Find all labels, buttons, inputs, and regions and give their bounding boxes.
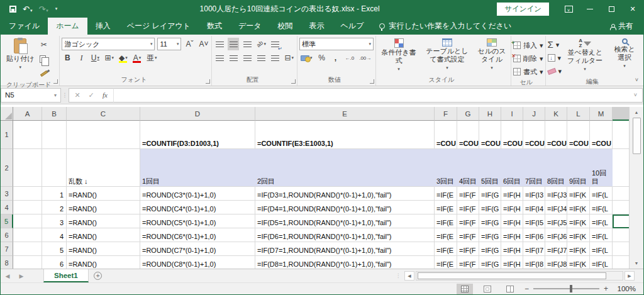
cell-C3[interactable]: =RAND() <box>67 187 140 201</box>
row-header-6[interactable]: 6 <box>1 228 13 242</box>
vertical-scroll-thumb[interactable] <box>633 118 641 154</box>
sort-filter-button[interactable]: AZ 並べ替えとフィルター ▾ <box>563 37 607 74</box>
borders-button[interactable]: ⊞▾ <box>103 52 115 64</box>
column-header-H[interactable]: H <box>479 107 501 121</box>
minimize-button[interactable] <box>579 0 601 18</box>
cell-I3[interactable]: =IF(H <box>501 187 523 201</box>
cell-H7[interactable]: =IF(G <box>479 242 501 256</box>
close-button[interactable]: ✕ <box>622 0 643 18</box>
tab-ホーム[interactable]: ホーム <box>48 18 87 35</box>
cell-C2[interactable]: 乱数 ↓ <box>67 149 140 187</box>
cell-partial-4[interactable] <box>613 201 629 214</box>
cell-J7[interactable]: =IF(I7 <box>523 242 545 256</box>
cell-L6[interactable]: =IF(K <box>567 228 590 242</box>
cell-F1[interactable]: =COU <box>435 121 457 149</box>
cell-M3[interactable]: =IF(L <box>590 187 613 201</box>
cell-G1[interactable]: =COU <box>457 121 479 149</box>
column-header-B[interactable]: B <box>42 107 67 121</box>
cell-B1[interactable] <box>42 121 67 149</box>
cell-A7[interactable] <box>13 242 42 256</box>
cell-A3[interactable] <box>13 187 42 201</box>
increase-font-button[interactable]: Aˇ <box>184 38 195 50</box>
increase-indent-button[interactable] <box>269 52 280 64</box>
cell-K7[interactable]: =IF(J7 <box>545 242 567 256</box>
cell-A2[interactable] <box>13 149 42 187</box>
cell-G4[interactable]: =IF(F <box>457 201 479 214</box>
clear-button[interactable]: ▾ <box>548 65 562 77</box>
zoom-slider[interactable] <box>533 288 599 289</box>
insert-function-icon[interactable]: fx <box>98 91 112 99</box>
undo-button[interactable]: ↶▾ <box>23 3 32 14</box>
cell-K1[interactable]: =COU <box>545 121 567 149</box>
find-select-button[interactable]: 検索と選択 ▾ <box>608 37 641 71</box>
scroll-up-icon[interactable]: ▲ <box>630 107 643 118</box>
cell-L3[interactable]: =IF(K <box>567 187 590 201</box>
cell-E4[interactable]: =IF(D4=1,ROUND(RAND()*(0-1)+1,0),"fail") <box>255 201 435 214</box>
align-bottom-button[interactable] <box>242 38 253 50</box>
cell-A1[interactable] <box>13 121 42 149</box>
expand-formula-bar-icon[interactable]: ˅ <box>634 92 640 98</box>
cell-partial-2[interactable] <box>613 149 629 187</box>
bold-button[interactable]: B <box>62 52 73 64</box>
cell-A8[interactable] <box>13 256 42 269</box>
cell-E1[interactable]: =COUNTIF(E3:E1003,1) <box>255 121 435 149</box>
zoom-out-icon[interactable]: − <box>525 286 529 292</box>
cell-J1[interactable]: =COU <box>523 121 545 149</box>
column-header-F[interactable]: F <box>435 107 457 121</box>
ribbon-display-options-button[interactable]: ˅ <box>558 0 579 18</box>
align-left-button[interactable] <box>214 52 225 64</box>
cell-I1[interactable]: =COU <box>501 121 523 149</box>
sheet-tab-sheet1[interactable]: Sheet1 <box>43 269 89 282</box>
cell-I7[interactable]: =IF(H <box>501 242 523 256</box>
cell-D1[interactable]: =COUNTIF(D3:D1003,1) <box>140 121 255 149</box>
cell-H8[interactable]: =IF(G <box>479 256 501 269</box>
cell-G3[interactable]: =IF(F <box>457 187 479 201</box>
align-center-button[interactable] <box>228 52 239 64</box>
horizontal-scrollbar[interactable]: ⋮ ◀ ▶ <box>393 269 643 282</box>
column-header-selected-partial[interactable] <box>613 107 629 121</box>
sign-in-button[interactable]: サインイン <box>497 3 549 16</box>
font-color-button[interactable]: A▾ <box>131 52 143 64</box>
cell-I6[interactable]: =IF(H <box>501 228 523 242</box>
cell-G6[interactable]: =IF(F <box>457 228 479 242</box>
cell-E8[interactable]: =IF(D8=1,ROUND(RAND()*(0-1)+1,0),"fail") <box>255 256 435 269</box>
cell-J3[interactable]: =IF(I3 <box>523 187 545 201</box>
clipboard-dialog-launcher[interactable] <box>53 79 58 84</box>
cell-B2[interactable] <box>42 149 67 187</box>
decrease-font-button[interactable]: A˅ <box>197 38 209 50</box>
cell-H1[interactable]: =COU <box>479 121 501 149</box>
cell-partial-6[interactable] <box>613 228 629 242</box>
cell-A5[interactable] <box>13 214 42 228</box>
cell-styles-button[interactable]: セルのスタイル ▾ <box>475 37 509 73</box>
cell-C4[interactable]: =RAND() <box>67 201 140 214</box>
new-sheet-button[interactable]: + <box>89 269 108 282</box>
cell-M6[interactable]: =IF(L <box>590 228 613 242</box>
cell-L1[interactable]: =COU <box>567 121 590 149</box>
cell-C7[interactable]: =RAND() <box>67 242 140 256</box>
cell-E5[interactable]: =IF(D5=1,ROUND(RAND()*(0-1)+1,0),"fail") <box>255 214 435 228</box>
cell-D4[interactable]: =ROUND(C4*(0-1)+1,0) <box>140 201 255 214</box>
number-dialog-launcher[interactable] <box>370 79 374 84</box>
cell-partial-1[interactable] <box>613 121 629 149</box>
cell-A6[interactable] <box>13 228 42 242</box>
confirm-entry-icon[interactable]: ✓ <box>84 91 98 99</box>
format-painter-button[interactable] <box>38 67 50 80</box>
cell-C5[interactable]: =RAND() <box>67 214 140 228</box>
cell-L5[interactable]: =IF(K <box>567 214 590 228</box>
formula-input[interactable]: ˅ <box>113 88 643 103</box>
zoom-in-icon[interactable]: + <box>604 286 608 292</box>
font-name-combobox[interactable]: 游ゴシック▾ <box>62 38 155 50</box>
alignment-dialog-launcher[interactable] <box>291 79 296 84</box>
row-header-7[interactable]: 7 <box>1 242 13 256</box>
cancel-entry-icon[interactable]: ✕ <box>70 91 84 99</box>
cell-B8[interactable]: 6 <box>42 256 67 269</box>
tab-表示[interactable]: 表示 <box>301 18 333 35</box>
tell-me-box[interactable]: 実行したい作業を入力してください <box>372 18 519 35</box>
cell-A4[interactable] <box>13 201 42 214</box>
cell-K3[interactable]: =IF(J3 <box>545 187 567 201</box>
cell-D5[interactable]: =ROUND(C5*(0-1)+1,0) <box>140 214 255 228</box>
cell-M5[interactable]: =IF(L <box>590 214 613 228</box>
cell-G7[interactable]: =IF(F <box>457 242 479 256</box>
selected-cell-N5[interactable] <box>613 214 629 228</box>
page-break-view-button[interactable] <box>502 284 518 294</box>
